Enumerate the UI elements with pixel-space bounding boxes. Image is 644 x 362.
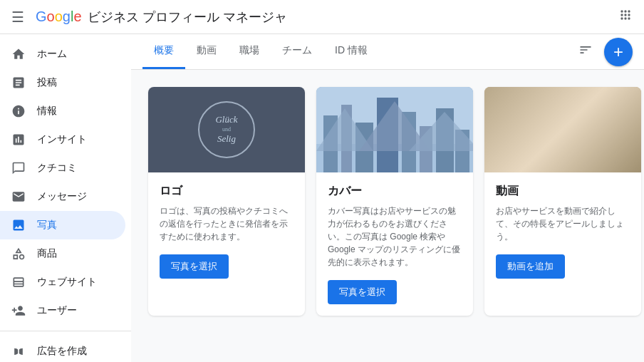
ads-icon <box>11 344 26 358</box>
cover-card-image <box>316 87 473 172</box>
sidebar-label-insights: インサイト <box>37 133 87 146</box>
post-icon <box>11 76 26 90</box>
products-icon <box>11 247 26 261</box>
video-card: 動画 お店やサービスを動画で紹介して、その特長をアピールしましょう。 動画を追加 <box>484 87 641 316</box>
users-icon <box>11 304 26 318</box>
cover-select-photo-button[interactable]: 写真を選択 <box>328 280 397 304</box>
logo-card-desc: ロゴは、写真の投稿やクチコミへの返信を行ったときに発信者を示すために使われます。 <box>160 205 294 243</box>
cover-card: カバー カバー写真はお店やサービスの魅力が伝わるものをお選びください。この写真は… <box>316 87 473 316</box>
photo-icon <box>11 218 26 232</box>
sidebar-label-photos: 写真 <box>37 219 57 232</box>
app-title: ビジネス プロフィール マネージャ <box>88 9 287 26</box>
sidebar-label-ads: 広告を作成 <box>37 345 87 358</box>
cover-card-desc: カバー写真はお店やサービスの魅力が伝わるものをお選びください。この写真は Goo… <box>328 205 462 269</box>
topbar: ☰ Google ビジネス プロフィール マネージャ <box>0 0 644 34</box>
logo-card-body: ロゴ ロゴは、写真の投稿やクチコミへの返信を行ったときに発信者を示すために使われ… <box>148 172 305 290</box>
grid-icon[interactable] <box>618 8 633 26</box>
tab-team[interactable]: チーム <box>271 34 323 69</box>
sidebar-item-users[interactable]: ユーザー <box>0 296 125 325</box>
cover-card-body: カバー カバー写真はお店やサービスの魅力が伝わるものをお選びください。この写真は… <box>316 172 473 316</box>
sidebar-item-home[interactable]: ホーム <box>0 40 125 68</box>
video-card-image <box>484 87 641 172</box>
video-card-title: 動画 <box>496 184 630 199</box>
sidebar-label-reviews: クチコミ <box>37 162 77 175</box>
reviews-icon <box>11 161 26 175</box>
logo-card-image: Glück und Selig <box>148 87 305 172</box>
tab-id-info[interactable]: ID 情報 <box>323 34 379 69</box>
sidebar-label-home: ホーム <box>37 48 67 61</box>
google-logo: Google ビジネス プロフィール マネージャ <box>36 9 287 26</box>
message-icon <box>11 190 26 204</box>
logo-card: Glück und Selig ロゴ ロゴは、写真の投稿やクチコミへの返信を行っ… <box>148 87 305 316</box>
video-card-body: 動画 お店やサービスを動画で紹介して、その特長をアピールしましょう。 動画を追加 <box>484 172 641 290</box>
insights-icon <box>11 133 26 147</box>
sidebar-label-messages: メッセージ <box>37 190 87 203</box>
sidebar-item-reviews[interactable]: クチコミ <box>0 154 125 182</box>
logo-select-photo-button[interactable]: 写真を選択 <box>160 254 229 279</box>
sidebar-item-info[interactable]: 情報 <box>0 97 125 125</box>
sidebar-label-posts: 投稿 <box>37 76 57 89</box>
home-icon <box>11 47 26 61</box>
add-video-button[interactable]: 動画を追加 <box>496 254 565 279</box>
sidebar-label-info: 情報 <box>37 105 57 118</box>
tab-workplace[interactable]: 職場 <box>228 34 271 69</box>
sidebar-item-posts[interactable]: 投稿 <box>0 68 125 97</box>
sidebar-item-products[interactable]: 商品 <box>0 239 125 268</box>
add-button[interactable]: + <box>604 38 633 66</box>
tab-overview[interactable]: 概要 <box>142 34 185 69</box>
sidebar-item-ads[interactable]: 広告を作成 <box>0 337 125 362</box>
sort-icon[interactable] <box>573 37 598 66</box>
header-actions: + <box>573 37 633 66</box>
sidebar-divider <box>0 331 131 331</box>
cards-area: Glück und Selig ロゴ ロゴは、写真の投稿やクチコミへの返信を行っ… <box>131 70 644 333</box>
main-content: 概要 動画 職場 チーム ID 情報 + <box>131 34 644 362</box>
tab-video[interactable]: 動画 <box>185 34 228 69</box>
website-icon <box>11 275 26 289</box>
sidebar-item-photos[interactable]: 写真 <box>0 211 125 239</box>
sidebar-label-website: ウェブサイト <box>37 276 97 289</box>
sidebar-item-messages[interactable]: メッセージ <box>0 182 125 211</box>
sidebar-label-users: ユーザー <box>37 304 77 317</box>
info-icon <box>11 104 26 118</box>
layout: ホーム 投稿 情報 インサイト クチコミ <box>0 34 644 362</box>
sidebar-item-insights[interactable]: インサイト <box>0 125 125 154</box>
tabs: 概要 動画 職場 チーム ID 情報 <box>142 34 379 69</box>
cover-card-title: カバー <box>328 184 462 199</box>
menu-icon[interactable]: ☰ <box>11 9 24 26</box>
logo-card-title: ロゴ <box>160 184 294 199</box>
content-header: 概要 動画 職場 チーム ID 情報 + <box>131 34 644 70</box>
video-card-desc: お店やサービスを動画で紹介して、その特長をアピールしましょう。 <box>496 205 630 243</box>
sidebar: ホーム 投稿 情報 インサイト クチコミ <box>0 34 131 362</box>
sidebar-label-products: 商品 <box>37 247 57 260</box>
sidebar-item-website[interactable]: ウェブサイト <box>0 268 125 296</box>
